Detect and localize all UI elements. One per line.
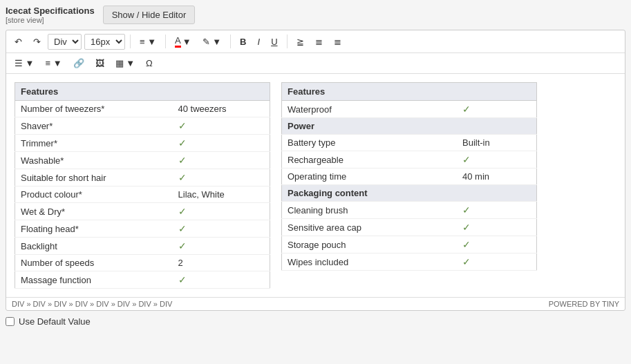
font-color-button[interactable]: A ▼ <box>171 33 196 50</box>
image-button[interactable]: 🖼 <box>91 56 109 70</box>
table-row: Trimmer* ✓ <box>15 135 270 152</box>
row-value: 2 <box>173 255 270 271</box>
show-hide-editor-button[interactable]: Show / Hide Editor <box>103 6 196 24</box>
table-row: Massage function ✓ <box>15 271 270 289</box>
line-height-button[interactable]: ≡ ▼ <box>135 35 160 49</box>
power-section-header: Power <box>282 118 537 135</box>
table-row: Shaver* ✓ <box>15 117 270 135</box>
editor-container: ↶ ↷ Div 16px ≡ ▼ A ▼ ✎ ▼ B I U ≧ ≣ ≣ ☰ ▼ <box>6 30 625 311</box>
underline-button[interactable]: U <box>267 35 281 49</box>
toolbar-row1: ↶ ↷ Div 16px ≡ ▼ A ▼ ✎ ▼ B I U ≧ ≣ ≣ <box>6 30 625 53</box>
row-label: Floating head* <box>15 220 173 238</box>
table-row: Number of tweezers* 40 tweezers <box>15 101 270 117</box>
row-check: ✓ <box>457 219 537 236</box>
row-check: ✓ <box>173 220 270 238</box>
ordered-list-button[interactable]: ☰ ▼ <box>10 56 38 70</box>
row-label: Product colour* <box>15 186 173 203</box>
packaging-section-header-row: Packaging content <box>282 185 537 202</box>
use-default-checkbox[interactable] <box>6 317 15 326</box>
left-spec-table: Features Number of tweezers* 40 tweezers… <box>15 82 270 289</box>
row-label: Shaver* <box>15 117 173 135</box>
row-value: Lilac, White <box>173 186 270 203</box>
row-check: ✓ <box>173 203 270 220</box>
format-select[interactable]: Div <box>48 34 82 50</box>
right-table-container: Features Waterproof ✓ Power Battery type… <box>281 82 537 289</box>
row-label: Wet & Dry* <box>15 203 173 220</box>
bold-button[interactable]: B <box>236 35 250 49</box>
redo-button[interactable]: ↷ <box>29 35 45 49</box>
row-value: Built-in <box>457 135 537 151</box>
row-value: 40 tweezers <box>173 101 270 117</box>
undo-button[interactable]: ↶ <box>10 35 26 49</box>
table-row: Floating head* ✓ <box>15 220 270 238</box>
table-row: Number of speeds 2 <box>15 255 270 271</box>
row-check: ✓ <box>457 151 537 169</box>
use-default-label: Use Default Value <box>19 316 91 327</box>
highlight-button[interactable]: ✎ ▼ <box>198 35 225 49</box>
row-check: ✓ <box>173 169 270 186</box>
row-label: Sensitive area cap <box>282 219 457 236</box>
row-label: Operating time <box>282 169 457 185</box>
table-button[interactable]: ▦ ▼ <box>111 56 139 70</box>
row-check: ✓ <box>457 202 537 219</box>
table-row: Waterproof ✓ <box>282 101 537 118</box>
link-button[interactable]: 🔗 <box>69 56 88 70</box>
special-char-button[interactable]: Ω <box>142 56 157 70</box>
left-table-header: Features <box>15 83 270 101</box>
store-view: [store view] <box>6 16 95 24</box>
row-value: 40 min <box>457 169 537 185</box>
row-label: Trimmer* <box>15 135 173 152</box>
row-check: ✓ <box>457 236 537 253</box>
row-label: Waterproof <box>282 101 457 118</box>
app-title-block: Icecat Specifications [store view] <box>6 6 95 24</box>
table-row: Battery type Built-in <box>282 135 537 151</box>
unordered-list-button[interactable]: ≡ ▼ <box>41 56 66 70</box>
row-label: Wipes included <box>282 253 457 271</box>
align-left-button[interactable]: ≧ <box>292 35 308 49</box>
separator2 <box>165 35 166 48</box>
header-row: Icecat Specifications [store view] Show … <box>6 6 625 24</box>
row-label: Massage function <box>15 271 173 289</box>
table-row: Washable* ✓ <box>15 152 270 169</box>
row-label: Suitable for short hair <box>15 169 173 186</box>
power-section-header-row: Power <box>282 118 537 135</box>
row-check: ✓ <box>173 152 270 169</box>
align-center-button[interactable]: ≣ <box>311 35 327 49</box>
editor-content: Features Number of tweezers* 40 tweezers… <box>6 74 625 297</box>
table-row: Product colour* Lilac, White <box>15 186 270 203</box>
row-label: Rechargeable <box>282 151 457 169</box>
table-row: Rechargeable ✓ <box>282 151 537 169</box>
row-label: Cleaning brush <box>282 202 457 219</box>
page-wrapper: Icecat Specifications [store view] Show … <box>0 0 631 364</box>
italic-button[interactable]: I <box>254 35 265 49</box>
row-check: ✓ <box>173 238 270 255</box>
row-label: Battery type <box>282 135 457 151</box>
table-row: Wet & Dry* ✓ <box>15 203 270 220</box>
right-features-header: Features <box>282 83 537 101</box>
left-table-container: Features Number of tweezers* 40 tweezers… <box>15 82 270 289</box>
row-label: Number of tweezers* <box>15 101 173 117</box>
table-row: Backlight ✓ <box>15 238 270 255</box>
app-title: Icecat Specifications <box>6 6 95 16</box>
breadcrumb: DIV » DIV » DIV » DIV » DIV » DIV » DIV … <box>12 300 172 308</box>
row-check: ✓ <box>457 253 537 271</box>
row-label: Number of speeds <box>15 255 173 271</box>
font-size-select[interactable]: 16px <box>84 34 125 50</box>
separator4 <box>287 35 288 48</box>
row-check: ✓ <box>173 135 270 152</box>
editor-footer: DIV » DIV » DIV » DIV » DIV » DIV » DIV … <box>6 297 625 310</box>
row-label: Washable* <box>15 152 173 169</box>
row-label: Storage pouch <box>282 236 457 253</box>
row-check: ✓ <box>457 101 537 118</box>
separator3 <box>230 35 231 48</box>
toolbar-row2: ☰ ▼ ≡ ▼ 🔗 🖼 ▦ ▼ Ω <box>6 53 625 74</box>
packaging-section-header: Packaging content <box>282 185 537 202</box>
align-right-button[interactable]: ≣ <box>330 35 346 49</box>
table-row: Suitable for short hair ✓ <box>15 169 270 186</box>
bottom-row: Use Default Value <box>6 316 625 327</box>
table-row: Wipes included ✓ <box>282 253 537 271</box>
right-spec-table: Features Waterproof ✓ Power Battery type… <box>281 82 537 271</box>
powered-by: POWERED BY TINY <box>549 300 619 308</box>
left-table-header-row: Features <box>15 83 270 101</box>
right-table-header-row: Features <box>282 83 537 101</box>
